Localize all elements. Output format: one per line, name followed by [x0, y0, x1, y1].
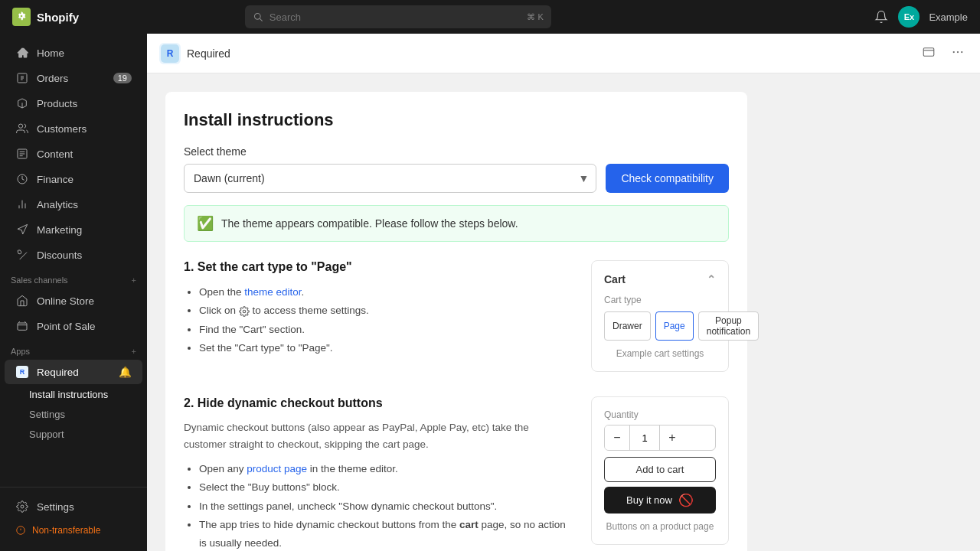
check-circle-icon: ✅ [197, 215, 214, 232]
sidebar-item-home[interactable]: Home [5, 41, 142, 65]
step-2-title: 2. Hide dynamic checkout buttons [184, 396, 573, 410]
analytics-icon [15, 197, 29, 211]
sidebar-item-discounts-label: Discounts [37, 249, 82, 261]
product-page-link[interactable]: product page [247, 463, 307, 474]
quantity-controls: − 1 + [604, 425, 716, 451]
step-1: 1. Set the cart type to "Page" Open the … [184, 260, 729, 372]
sidebar-item-home-label: Home [37, 47, 64, 59]
cart-type-popup[interactable]: Popup notification [698, 311, 759, 341]
sidebar-item-finance[interactable]: Finance [5, 167, 142, 191]
theme-select[interactable]: Dawn (current) [184, 164, 596, 193]
sidebar-item-customers-label: Customers [37, 123, 87, 135]
buttons-caption: Buttons on a product page [604, 521, 716, 532]
sidebar-item-content[interactable]: Content [5, 142, 142, 166]
notification-icon[interactable] [874, 9, 889, 24]
sidebar-sub-install-instructions[interactable]: Install instructions [5, 385, 142, 404]
content-icon [15, 147, 29, 161]
sidebar-bottom: Settings Non-transferable [0, 487, 147, 551]
cart-type-subtitle: Cart type [604, 295, 716, 305]
sidebar-sub-install-label: Install instructions [29, 389, 108, 400]
svg-point-10 [953, 51, 955, 53]
sales-channels-section: Sales channels + [0, 268, 147, 288]
settings-icon [15, 500, 29, 514]
sidebar-item-orders[interactable]: Orders 19 [5, 66, 142, 90]
sidebar-item-products-label: Products [37, 98, 77, 109]
step-2-instruction-3: In the settings panel, uncheck "Show dyn… [199, 497, 573, 516]
orders-icon [15, 71, 29, 85]
secondary-header: R Required [147, 34, 980, 73]
sidebar-sub-support[interactable]: Support [5, 425, 142, 444]
step-1-content: 1. Set the cart type to "Page" Open the … [184, 260, 573, 372]
quantity-value: 1 [629, 425, 660, 450]
topbar-right: Ex Example [874, 6, 968, 28]
add-to-cart-button[interactable]: Add to cart [604, 457, 716, 482]
preview-icon[interactable] [919, 42, 939, 64]
compat-message: The theme appears compatible. Please fol… [221, 217, 518, 230]
sidebar-item-discounts[interactable]: Discounts [5, 243, 142, 267]
cart-type-drawer[interactable]: Drawer [604, 311, 651, 341]
topbar-logo-text: Shopify [37, 11, 79, 24]
cart-settings-caption: Example cart settings [604, 348, 716, 359]
topbar: Shopify ⌘ K Ex Example [0, 0, 980, 34]
cart-settings-collapse-icon[interactable]: ⌃ [707, 273, 716, 285]
sidebar-item-content-label: Content [37, 148, 73, 160]
step-1-instruction-4: Set the "Cart type" to "Page". [199, 339, 573, 357]
check-compatibility-button[interactable]: Check compatibility [606, 164, 729, 193]
step-2-instruction-1: Open any product page in the theme edito… [199, 460, 573, 478]
more-options-icon[interactable] [948, 42, 968, 64]
svg-point-7 [21, 505, 24, 508]
svg-point-3 [18, 124, 22, 128]
secondary-header-actions [919, 42, 968, 64]
sidebar-sub-settings-label: Settings [29, 409, 65, 420]
search-icon [253, 11, 263, 22]
sidebar-item-pos-label: Point of Sale [37, 321, 96, 332]
step-2-image: Quantity − 1 + Add to cart Buy it now [591, 396, 729, 551]
customers-icon [15, 122, 29, 135]
sales-channels-expand-icon[interactable]: + [132, 276, 136, 285]
svg-point-12 [961, 51, 962, 53]
page-title: Install instructions [184, 110, 729, 130]
sidebar-item-marketing-label: Marketing [37, 224, 82, 236]
svg-rect-9 [923, 48, 934, 57]
svg-line-1 [260, 18, 262, 21]
sidebar-item-required[interactable]: R Required 🔔 [5, 360, 142, 384]
home-icon [15, 46, 29, 60]
sidebar-sub-settings[interactable]: Settings [5, 405, 142, 424]
step-2-list: Open any product page in the theme edito… [184, 460, 573, 551]
install-instructions-card: Install instructions Select theme Dawn (… [165, 92, 747, 551]
secondary-header-app-name: Required [187, 47, 230, 60]
sidebar-item-online-store[interactable]: Online Store [5, 289, 142, 313]
cart-settings-box: Cart ⌃ Cart type Drawer Page Popup notif… [591, 260, 729, 372]
apps-expand-icon[interactable]: + [132, 347, 136, 356]
buy-it-now-button[interactable]: Buy it now 🚫 [604, 487, 716, 514]
avatar[interactable]: Ex [898, 6, 920, 28]
finance-icon [15, 172, 29, 186]
sidebar-item-analytics[interactable]: Analytics [5, 192, 142, 217]
sidebar-item-customers[interactable]: Customers [5, 116, 142, 141]
main-area: R Required Install instructions Select t… [147, 34, 980, 551]
step-1-list: Open the theme editor. Click on to acces… [184, 283, 573, 357]
quantity-decrease-button[interactable]: − [605, 425, 629, 450]
quantity-increase-button[interactable]: + [660, 425, 684, 450]
step-2-description: Dynamic checkout buttons (also appear as… [184, 419, 573, 452]
buy-it-now-label: Buy it now [626, 494, 672, 506]
sidebar-item-point-of-sale[interactable]: Point of Sale [5, 314, 142, 338]
cart-type-page[interactable]: Page [655, 311, 694, 341]
sidebar-bottom-settings[interactable]: Settings [5, 494, 142, 519]
sidebar-item-products[interactable]: Products [5, 91, 142, 116]
sidebar-item-marketing[interactable]: Marketing [5, 217, 142, 242]
shopify-logo-icon [12, 8, 31, 26]
sidebar-item-orders-label: Orders [37, 73, 68, 84]
theme-select-wrapper: Dawn (current) ▼ [184, 164, 596, 193]
sidebar-item-analytics-label: Analytics [37, 199, 78, 210]
step-1-title: 1. Set the cart type to "Page" [184, 260, 573, 274]
topbar-search-bar[interactable]: ⌘ K [245, 5, 551, 28]
sidebar-item-online-store-label: Online Store [37, 295, 94, 307]
search-shortcut: ⌘ K [527, 12, 543, 22]
step-1-instruction-1: Open the theme editor. [199, 283, 573, 302]
sidebar-bottom-settings-label: Settings [37, 501, 74, 513]
non-transferable-icon [15, 525, 26, 536]
search-input[interactable] [270, 11, 521, 23]
theme-editor-link[interactable]: theme editor [244, 286, 301, 298]
step-2-content: 2. Hide dynamic checkout buttons Dynamic… [184, 396, 573, 551]
